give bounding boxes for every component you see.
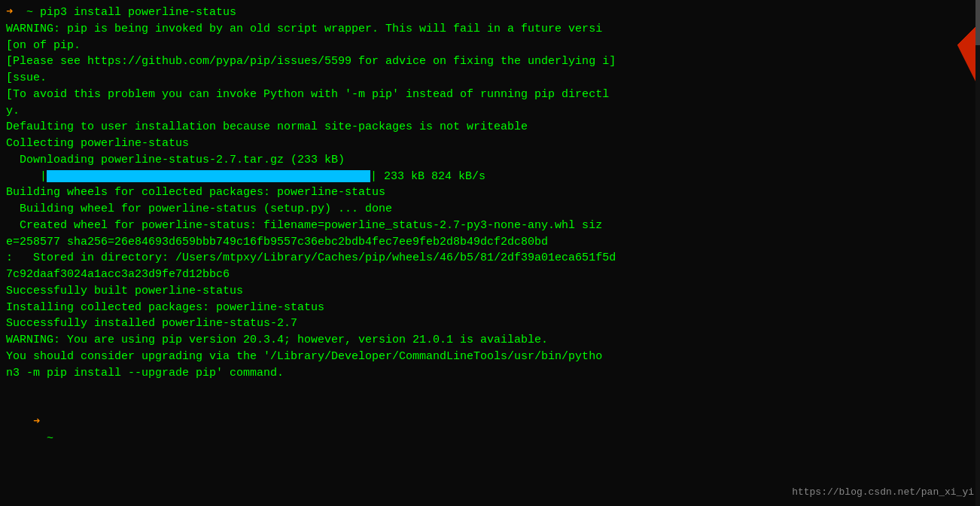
terminal-line-warn4: [ssue. [6, 70, 974, 87]
success-text: Successfully built powerline-status [6, 285, 243, 297]
terminal-line-store1: : Stored in directory: /Users/mtpxy/Libr… [6, 250, 974, 267]
build-text: e=258577 sha256=26e84693d659bbb749c16fb9… [6, 236, 548, 248]
terminal-line-warn2: [on of pip. [6, 38, 974, 54]
install-text: Installing collected packages: powerline… [6, 301, 324, 314]
terminal-line-warn3: [Please see https://github.com/pypa/pip/… [6, 53, 974, 70]
terminal-line-warn1: WARNING: pip is being invoked by an old … [6, 21, 974, 38]
terminal-line-cmd: ➜ ~ pip3 install powerline-status [6, 5, 974, 21]
info-text: Downloading powerline-status-2.7.tar.gz … [6, 154, 345, 166]
warn-text: [ssue. [6, 72, 47, 84]
scrollbar-thumb[interactable] [975, 0, 980, 45]
prompt-text2: ~ [33, 432, 53, 445]
terminal-line-info1: Defaulting to user installation because … [6, 119, 974, 136]
terminal-line-build1: Building wheels for collected packages: … [6, 184, 974, 201]
progress-suffix: | 233 kB 824 kB/s [370, 169, 485, 185]
terminal-line-success2: Successfully installed powerline-status-… [6, 315, 974, 332]
success-text: Successfully installed powerline-status-… [6, 317, 297, 330]
build-text: Building wheel for powerline-status (set… [6, 203, 392, 215]
warn-text: WARNING: You are using pip version 20.3.… [6, 334, 548, 346]
build-text: Created wheel for powerline-status: file… [6, 219, 602, 232]
terminal-line-upgrade2: n3 -m pip install --upgrade pip' command… [6, 365, 974, 382]
terminal-line-build4: e=258577 sha256=26e84693d659bbb749c16fb9… [6, 234, 974, 251]
watermark: https://blog.csdn.net/pan_xi_yi [792, 486, 974, 500]
terminal-line-info3: Downloading powerline-status-2.7.tar.gz … [6, 152, 974, 169]
store-text: : Stored in directory: /Users/mtpxy/Libr… [6, 251, 616, 264]
info-text: Defaulting to user installation because … [6, 120, 528, 133]
terminal-line-success1: Successfully built powerline-status [6, 283, 974, 300]
terminal: ➜ ~ pip3 install powerline-status WARNIN… [0, 0, 980, 506]
progress-bar [47, 170, 370, 182]
terminal-line-progress: | | 233 kB 824 kB/s [6, 169, 974, 185]
terminal-line-upgrade1: You should consider upgrading via the '/… [6, 349, 974, 365]
warn-text: [on of pip. [6, 39, 81, 52]
prompt-text: ~ pip3 install powerline-status [13, 6, 236, 19]
terminal-line-store2: 7c92daaf3024a1acc3a23d9fe7d12bbc6 [6, 267, 974, 283]
store-text: 7c92daaf3024a1acc3a23d9fe7d12bbc6 [6, 268, 230, 281]
build-text: Building wheels for collected packages: … [6, 186, 385, 199]
progress-prefix: | [6, 169, 47, 185]
terminal-line-warn5: [To avoid this problem you can invoke Py… [6, 87, 974, 103]
prompt-arrow: ➜ [6, 6, 13, 19]
terminal-line-build3: Created wheel for powerline-status: file… [6, 218, 974, 234]
upgrade-text: n3 -m pip install --upgrade pip' command… [6, 367, 284, 380]
terminal-line-install1: Installing collected packages: powerline… [6, 300, 974, 316]
terminal-line-info2: Collecting powerline-status [6, 136, 974, 152]
terminal-line-warn7: WARNING: You are using pip version 20.3.… [6, 332, 974, 349]
warn-text: [Please see https://github.com/pypa/pip/… [6, 55, 616, 68]
terminal-line-build2: Building wheel for powerline-status (set… [6, 201, 974, 218]
terminal-line-prompt2: ➜ ~ [6, 398, 974, 463]
upgrade-text: You should consider upgrading via the '/… [6, 350, 602, 363]
terminal-line-warn6: y. [6, 103, 974, 120]
warn-text: WARNING: pip is being invoked by an old … [6, 23, 602, 35]
info-text: Collecting powerline-status [6, 137, 189, 150]
scrollbar[interactable] [975, 0, 980, 506]
warn-text: [To avoid this problem you can invoke Py… [6, 88, 609, 101]
warn-text: y. [6, 105, 20, 117]
terminal-line-empty [6, 381, 974, 398]
prompt-arrow2: ➜ [33, 416, 40, 428]
